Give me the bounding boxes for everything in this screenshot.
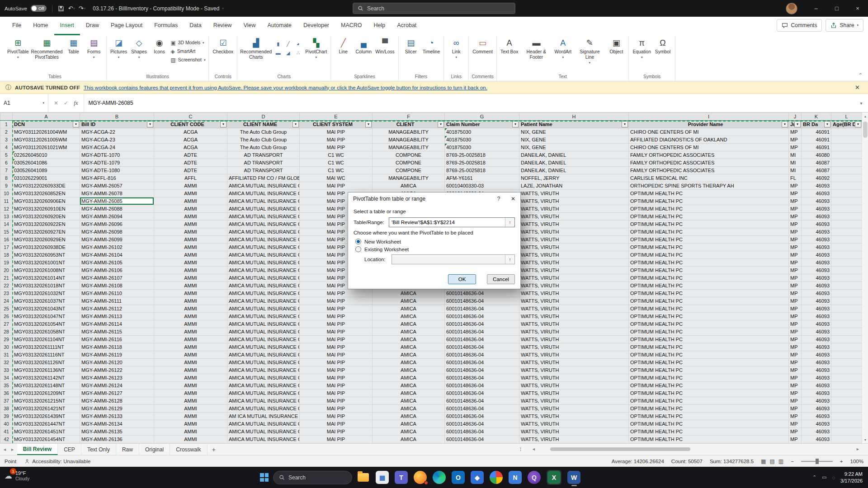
cell-H20[interactable]: WATTS, VIRUTH bbox=[519, 267, 629, 274]
cell-D35[interactable]: AMICA MUTUAL INSURANCE COMPANY bbox=[227, 382, 300, 389]
cell-D29[interactable]: AMICA MUTUAL INSURANCE COMPANY bbox=[227, 336, 300, 343]
row-header-6[interactable]: 6 bbox=[0, 159, 13, 167]
cell-I13[interactable]: OPTIMUM HEALTH PC bbox=[629, 213, 789, 221]
cell-D38[interactable]: AMICA MUTUAL INSURANCE COMPANY bbox=[227, 405, 300, 413]
ribbon-button-signature-line[interactable]: ✎Signature Line▾ bbox=[573, 36, 606, 71]
ribbon-button-checkbox[interactable]: ☑Checkbox bbox=[211, 36, 235, 71]
cell-G31[interactable]: 60010148636-04 bbox=[445, 351, 519, 359]
cell-H21[interactable]: WATTS, VIRUTH bbox=[519, 274, 629, 282]
cell-L33[interactable] bbox=[831, 366, 862, 374]
cell-G27[interactable]: 60010148636-04 bbox=[445, 320, 519, 328]
cell-D20[interactable]: AMICA MUTUAL INSURANCE COMPANY bbox=[227, 267, 300, 274]
column-header-L[interactable]: L bbox=[831, 113, 862, 121]
cell-L32[interactable] bbox=[831, 359, 862, 366]
cell-A4[interactable]: MGY031120261021WM bbox=[13, 144, 80, 151]
cell-A41[interactable]: MGY031320261451NT bbox=[13, 428, 80, 436]
accessibility-status[interactable]: Accessibility: Unavailable bbox=[24, 459, 90, 464]
cell-B26[interactable]: MGY-AMMI-26113 bbox=[80, 313, 154, 320]
cell-C6[interactable]: ADTE bbox=[154, 159, 227, 167]
cell-B34[interactable]: MGY-AMMI-26123 bbox=[80, 374, 154, 382]
cell-L13[interactable] bbox=[831, 213, 862, 221]
cell-L20[interactable] bbox=[831, 267, 862, 274]
cell-D26[interactable]: AMICA MUTUAL INSURANCE COMPANY bbox=[227, 313, 300, 320]
cell-L2[interactable] bbox=[831, 128, 862, 136]
cell-C13[interactable]: AMMI bbox=[154, 213, 227, 221]
cell-A10[interactable]: MGY031320260852EN bbox=[13, 190, 80, 197]
scroll-left-icon[interactable]: ◄ bbox=[530, 447, 538, 451]
cell-H24[interactable]: WATTS, VIRUTH bbox=[519, 297, 629, 305]
cell-H8[interactable]: NOFFEL, JERRY bbox=[519, 174, 629, 182]
cell-E27[interactable]: MAI PIP bbox=[300, 320, 373, 328]
search-box[interactable]: Search bbox=[353, 3, 515, 14]
cell-K2[interactable]: 46091 bbox=[802, 128, 831, 136]
cell-A14[interactable]: MGY031320260922EN bbox=[13, 221, 80, 228]
cell-K25[interactable]: 46093 bbox=[802, 305, 831, 313]
cell-A38[interactable]: MGY031320261421NT bbox=[13, 405, 80, 413]
cell-G1[interactable]: Claim Number▾ bbox=[445, 121, 519, 128]
cell-B28[interactable]: MGY-AMMI-26115 bbox=[80, 328, 154, 336]
cell-K15[interactable]: 46093 bbox=[802, 228, 831, 236]
column-header-E[interactable]: E bbox=[300, 113, 373, 121]
cell-D13[interactable]: AMICA MUTUAL INSURANCE COMPANY bbox=[227, 213, 300, 221]
cell-F4[interactable]: MANAGEABILITY bbox=[373, 144, 445, 151]
cell-C15[interactable]: AMMI bbox=[154, 228, 227, 236]
cell-I3[interactable]: AFFILIATED DIAGNOSTICS OF OAKLAND bbox=[629, 136, 789, 144]
cell-E42[interactable]: MAI PIP bbox=[300, 436, 373, 443]
cell-D6[interactable]: AD TRANSPORT bbox=[227, 159, 300, 167]
cell-E1[interactable]: CLIENT SYSTEM▾ bbox=[300, 121, 373, 128]
cell-C19[interactable]: AMMI bbox=[154, 259, 227, 267]
cell-K5[interactable]: 46080 bbox=[802, 151, 831, 159]
zoom-slider-thumb[interactable] bbox=[816, 459, 819, 464]
cell-E26[interactable]: MAI PIP bbox=[300, 313, 373, 320]
redo-button[interactable]: ↷▾ bbox=[79, 5, 85, 12]
ribbon-tab-home[interactable]: Home bbox=[27, 17, 54, 35]
cell-K41[interactable]: 46093 bbox=[802, 428, 831, 436]
cell-J40[interactable]: MP bbox=[789, 420, 802, 428]
taskbar-edge-icon[interactable] bbox=[433, 471, 446, 484]
cell-J5[interactable]: MI bbox=[789, 151, 802, 159]
cell-H29[interactable]: WATTS, VIRUTH bbox=[519, 336, 629, 343]
row-header-21[interactable]: 21 bbox=[0, 274, 13, 282]
row-header-5[interactable]: 5 bbox=[0, 151, 13, 159]
ribbon-tab-acrobat[interactable]: Acrobat bbox=[391, 17, 422, 35]
cell-J20[interactable]: MP bbox=[789, 267, 802, 274]
dialog-title-bar[interactable]: PivotTable from table or range ? ✕ bbox=[348, 192, 520, 205]
ribbon-tab-help[interactable]: Help bbox=[368, 17, 392, 35]
cell-C29[interactable]: AMMI bbox=[154, 336, 227, 343]
cell-E6[interactable]: C1 WC bbox=[300, 159, 373, 167]
cell-F34[interactable]: AMICA bbox=[373, 374, 445, 382]
cell-H10[interactable]: WATTS, VIRUTH bbox=[519, 190, 629, 197]
column-header-A[interactable]: A bbox=[13, 113, 80, 121]
cell-D10[interactable]: AMICA MUTUAL INSURANCE COMPANY bbox=[227, 190, 300, 197]
cell-F23[interactable]: AMICA bbox=[373, 290, 445, 297]
cell-I1[interactable]: Provider Name▾ bbox=[629, 121, 789, 128]
ribbon-button-icons[interactable]: ◉Icons bbox=[150, 36, 170, 71]
autosave-toggle[interactable]: Off bbox=[31, 5, 47, 12]
cell-J28[interactable]: MP bbox=[789, 328, 802, 336]
dialog-help-button[interactable]: ? bbox=[491, 193, 506, 205]
radio-unselected-icon[interactable] bbox=[355, 246, 361, 252]
cell-G29[interactable]: 60010148636-04 bbox=[445, 336, 519, 343]
cell-D39[interactable]: AM ICA MUTUAL INSURANCE COMPANY bbox=[227, 413, 300, 420]
cell-K42[interactable]: 46093 bbox=[802, 436, 831, 443]
cell-D32[interactable]: AMICA MUTUAL INSURANCE COMPANY bbox=[227, 359, 300, 366]
network-icon[interactable]: ▭ bbox=[822, 474, 826, 480]
cell-C11[interactable]: AMMI bbox=[154, 197, 227, 205]
cell-G7[interactable]: 8769-25-0025818 bbox=[445, 167, 519, 174]
cell-J35[interactable]: MP bbox=[789, 382, 802, 389]
cell-K10[interactable]: 46093 bbox=[802, 190, 831, 197]
cell-B42[interactable]: MGY-AMMI-26136 bbox=[80, 436, 154, 443]
cell-L4[interactable] bbox=[831, 144, 862, 151]
comments-button[interactable]: Comments bbox=[777, 19, 822, 32]
cell-E4[interactable]: MAI PIP bbox=[300, 144, 373, 151]
ribbon-button-slicer[interactable]: ▤Slicer bbox=[401, 36, 421, 71]
cell-K14[interactable]: 46093 bbox=[802, 221, 831, 228]
range-selector-icon[interactable]: ↑ bbox=[505, 255, 514, 264]
cell-G2[interactable]: 401875030 bbox=[445, 128, 519, 136]
ribbon-button-header-footer[interactable]: ▬Header & Footer bbox=[520, 36, 552, 71]
cell-I8[interactable]: CARLISLE MEDICAL INC bbox=[629, 174, 789, 182]
cell-A13[interactable]: MGY031320260920EN bbox=[13, 213, 80, 221]
sheet-tab-bill-review[interactable]: Bill Review bbox=[17, 444, 58, 455]
cell-A25[interactable]: MGY031320261043NT bbox=[13, 305, 80, 313]
sheet-nav-left-icon[interactable]: ◄ bbox=[3, 447, 7, 452]
